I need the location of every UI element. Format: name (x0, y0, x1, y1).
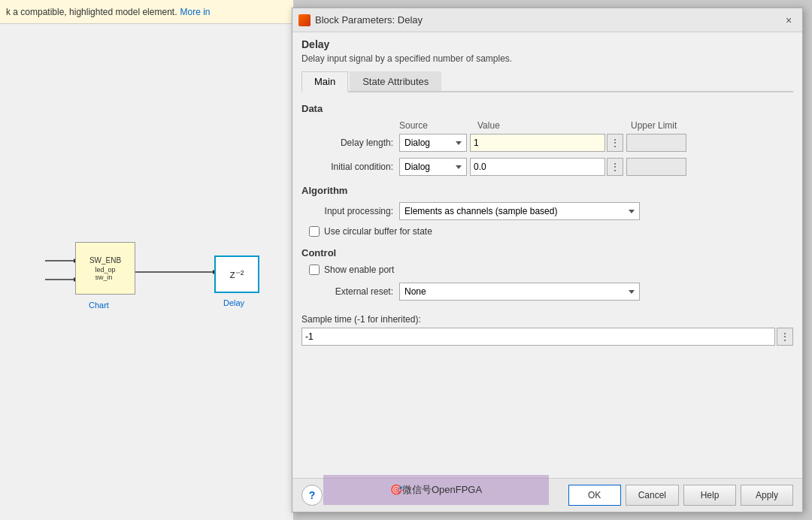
circular-buffer-label: Use circular buffer for state (324, 226, 432, 237)
external-reset-row: External reset: None Rising Falling Eith… (301, 283, 793, 301)
circular-buffer-checkbox[interactable] (309, 226, 320, 237)
ok-button[interactable]: OK (568, 485, 621, 506)
delay-length-row: Delay length: Dialog Input port ⋮ (301, 134, 793, 152)
col-source-header: Source (399, 120, 474, 131)
initial-condition-value-input[interactable] (470, 158, 605, 176)
help-button[interactable]: Help (683, 485, 736, 506)
top-bar-text: k a compatible, highlighted model elemen… (6, 7, 177, 17)
dialog-body: Delay Delay input signal by a specified … (292, 32, 802, 478)
sample-time-input[interactable] (301, 328, 775, 346)
cancel-button[interactable]: Cancel (626, 485, 679, 506)
simulink-canvas: k a compatible, highlighted model elemen… (0, 0, 293, 520)
sample-time-row: ⋮ (301, 328, 793, 346)
chart-led-op: led_op (95, 266, 115, 274)
initial-condition-row: Initial condition: Dialog Input port ⋮ (301, 158, 793, 176)
col-upper-header: Upper Limit (631, 120, 706, 131)
chart-block-ports: led_op sw_in (95, 266, 115, 281)
delay-length-dots-button[interactable]: ⋮ (607, 134, 623, 152)
apply-button[interactable]: Apply (741, 485, 793, 506)
initial-condition-dots-button[interactable]: ⋮ (607, 158, 623, 176)
tab-state-attributes[interactable]: State Attributes (350, 71, 441, 91)
col-value-header: Value (477, 120, 628, 131)
dialog-titlebar: Block Parameters: Delay × (292, 8, 802, 32)
circular-buffer-row: Use circular buffer for state (301, 226, 793, 237)
delay-block[interactable]: z⁻² (214, 255, 259, 293)
external-reset-label: External reset: (301, 286, 399, 297)
input-processing-label: Input processing: (301, 206, 399, 216)
block-desc-label: Delay input signal by a specified number… (301, 53, 793, 64)
tab-main[interactable]: Main (301, 71, 348, 92)
sample-time-label: Sample time (-1 for inherited): (301, 314, 793, 325)
input-processing-select[interactable]: Elements as channels (sample based) Colu… (399, 202, 640, 220)
delay-length-upper-input[interactable] (626, 134, 686, 152)
block-name-label: Delay (301, 38, 793, 50)
chart-sw-in: sw_in (95, 274, 112, 281)
sample-time-section: Sample time (-1 for inherited): ⋮ (301, 314, 793, 346)
show-enable-label: Show enable port (324, 265, 394, 275)
help-icon-button[interactable]: ? (301, 485, 323, 506)
more-info-link[interactable]: More in (180, 7, 210, 17)
show-enable-checkbox[interactable] (309, 265, 320, 275)
dialog-title-icon (298, 14, 311, 26)
dialog-close-button[interactable]: × (781, 13, 796, 28)
delay-length-value-input[interactable] (470, 134, 605, 152)
input-processing-row: Input processing: Elements as channels (… (301, 202, 793, 220)
chart-block[interactable]: SW_ENB led_op sw_in (75, 242, 135, 295)
initial-condition-source-select[interactable]: Dialog Input port (399, 158, 467, 176)
data-section-header: Data (301, 103, 793, 114)
top-bar: k a compatible, highlighted model elemen… (0, 0, 293, 24)
sample-time-dots-button[interactable]: ⋮ (777, 328, 793, 346)
block-parameters-dialog: Block Parameters: Delay × Delay Delay in… (292, 8, 803, 512)
delay-length-source-select[interactable]: Dialog Input port (399, 134, 467, 152)
chart-block-sw-enb: SW_ENB (89, 256, 121, 265)
chart-block-label: Chart (89, 301, 109, 310)
initial-condition-label: Initial condition: (301, 162, 399, 172)
external-reset-select[interactable]: None Rising Falling Either Level Level h… (399, 283, 640, 301)
initial-condition-upper-input[interactable] (626, 158, 686, 176)
tabs-container: Main State Attributes (301, 71, 793, 92)
show-enable-row: Show enable port (301, 265, 793, 275)
diagram-area: SW_ENB led_op sw_in Chart z⁻² Delay (0, 24, 293, 520)
delay-length-label: Delay length: (301, 138, 399, 148)
control-section-header: Control (301, 247, 793, 258)
algorithm-section-header: Algorithm (301, 185, 793, 196)
dialog-footer: ? OK Cancel Help Apply (292, 478, 802, 512)
dialog-title-text: Block Parameters: Delay (315, 14, 781, 26)
delay-block-text: z⁻² (230, 268, 244, 280)
table-header-row: Source Value Upper Limit (301, 120, 793, 131)
delay-block-label: Delay (223, 298, 244, 307)
